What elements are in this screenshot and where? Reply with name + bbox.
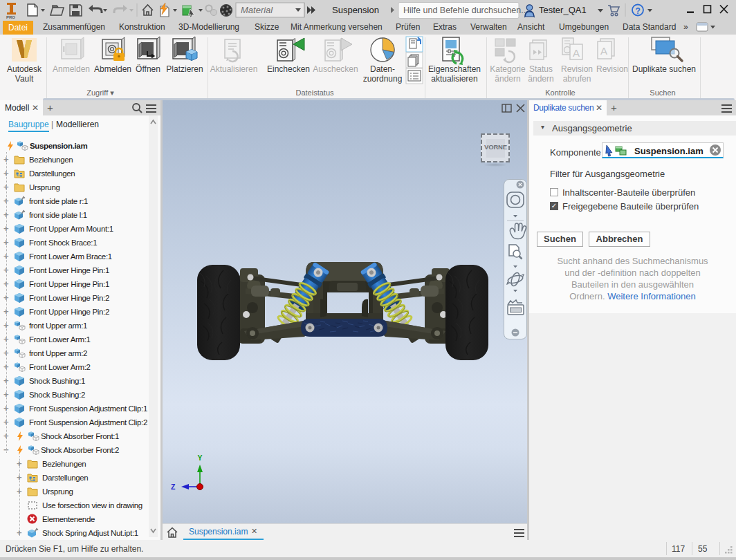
svg-text:Hilfe und Befehle durchsuchen.: Hilfe und Befehle durchsuchen..: [403, 6, 526, 15]
svg-text:A: A: [573, 47, 580, 59]
svg-text:Z: Z: [171, 483, 176, 491]
svg-text:Y: Y: [198, 454, 203, 462]
svg-text:A: A: [600, 45, 607, 57]
svg-text:?: ?: [636, 6, 641, 16]
svg-text:Material: Material: [241, 5, 273, 15]
svg-text:Suspension: Suspension: [332, 5, 379, 15]
svg-text:Tester_QA1: Tester_QA1: [539, 5, 587, 15]
